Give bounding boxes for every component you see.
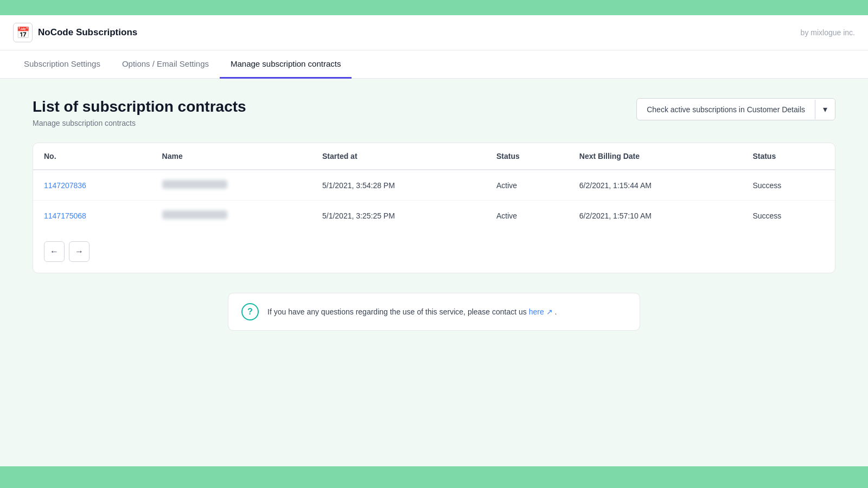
row2-no-link[interactable]: 1147175068 [44,211,86,220]
row2-name-blurred [162,210,227,219]
next-page-button[interactable]: → [69,241,90,262]
contact-link[interactable]: here ↗ [529,307,555,316]
col-started-at: Started at [311,143,486,170]
row1-name-blurred [162,180,227,189]
header-byline: by mixlogue inc. [801,28,855,37]
col-billing-status: Status [742,143,835,170]
nav-bar: Subscription Settings Options / Email Se… [0,50,868,79]
page-title: List of subscription contracts [33,98,246,115]
check-subscriptions-label: Check active subscriptions in Customer D… [637,100,815,119]
row2-no: 1147175068 [33,201,151,231]
pagination: ← → [33,230,835,273]
app-logo: 📅 [13,23,33,42]
check-subscriptions-button[interactable]: Check active subscriptions in Customer D… [636,98,835,120]
table-body: 1147207836 5/1/2021, 3:54:28 PM Active 6… [33,170,835,230]
info-icon: ? [241,303,259,320]
info-box: ? If you have any questions regarding th… [228,293,640,331]
tab-options-email[interactable]: Options / Email Settings [111,50,220,79]
header-left: 📅 NoCode Subscriptions [13,23,137,42]
info-text: If you have any questions regarding the … [267,307,557,316]
info-message: If you have any questions regarding the … [267,307,527,316]
table-row: 1147207836 5/1/2021, 3:54:28 PM Active 6… [33,170,835,201]
col-next-billing: Next Billing Date [569,143,742,170]
row1-name [151,170,311,201]
table-row: 1147175068 5/1/2021, 3:25:25 PM Active 6… [33,201,835,231]
page-subtitle: Manage subscription contracts [33,119,246,127]
tab-subscription-settings[interactable]: Subscription Settings [13,50,111,79]
tab-manage-contracts[interactable]: Manage subscription contracts [220,50,352,79]
prev-page-button[interactable]: ← [44,241,65,262]
header: 📅 NoCode Subscriptions by mixlogue inc. [0,15,868,50]
col-status: Status [486,143,569,170]
row1-billing-status: Success [742,170,835,201]
page-header: List of subscription contracts Manage su… [33,98,835,127]
app-title: NoCode Subscriptions [38,27,137,38]
row2-started-at: 5/1/2021, 3:25:25 PM [311,201,486,231]
external-link-icon: ↗ [546,307,553,316]
table-header-row: No. Name Started at Status Next Billing … [33,143,835,170]
row1-status: Active [486,170,569,201]
row2-billing-status: Success [742,201,835,231]
col-name: Name [151,143,311,170]
bottom-bar [0,466,868,488]
main-content: List of subscription contracts Manage su… [0,79,868,466]
row1-started-at: 5/1/2021, 3:54:28 PM [311,170,486,201]
page-title-group: List of subscription contracts Manage su… [33,98,246,127]
table-head: No. Name Started at Status Next Billing … [33,143,835,170]
col-no: No. [33,143,151,170]
row2-status: Active [486,201,569,231]
row2-next-billing: 6/2/2021, 1:57:10 AM [569,201,742,231]
row1-no-link[interactable]: 1147207836 [44,181,86,190]
row1-next-billing: 6/2/2021, 1:15:44 AM [569,170,742,201]
dropdown-arrow-icon[interactable]: ▾ [815,99,835,120]
row2-name [151,201,311,231]
contracts-table-container: No. Name Started at Status Next Billing … [33,143,835,273]
top-bar [0,0,868,15]
contracts-table: No. Name Started at Status Next Billing … [33,143,835,230]
row1-no: 1147207836 [33,170,151,201]
